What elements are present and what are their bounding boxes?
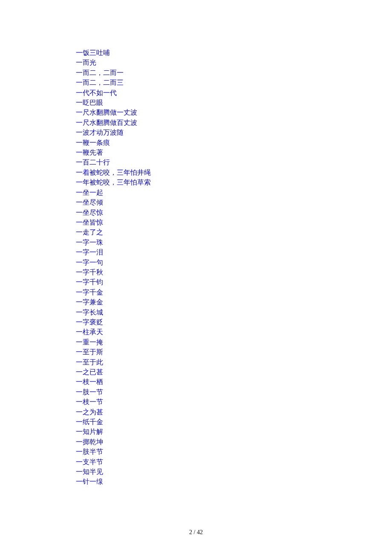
idiom-link[interactable]: 一字千钧 [76,277,392,287]
idiom-link[interactable]: 一纸千金 [76,417,392,427]
idiom-link[interactable]: 一之为甚 [76,407,392,417]
page-current: 2 [189,529,192,535]
page-total: 42 [197,529,203,535]
idiom-link[interactable]: 一饭三吐哺 [76,48,392,58]
idiom-link[interactable]: 一百二十行 [76,157,392,167]
idiom-link[interactable]: 一字长城 [76,307,392,317]
idiom-link[interactable]: 一波才动万波随 [76,127,392,137]
idiom-link[interactable]: 一而光 [76,58,392,67]
idiom-link[interactable]: 一知片解 [76,427,392,436]
idiom-link[interactable]: 一字千金 [76,287,392,297]
idiom-link[interactable]: 一至于此 [76,357,392,367]
idiom-link[interactable]: 一之已甚 [76,367,392,377]
page-separator: / [192,529,197,535]
idiom-link[interactable]: 一重一掩 [76,337,392,347]
idiom-link[interactable]: 一字千秋 [76,267,392,277]
idiom-link[interactable]: 一字一句 [76,257,392,267]
idiom-link[interactable]: 一坐尽惊 [76,208,392,217]
idiom-link[interactable]: 一针一缐 [76,477,392,486]
idiom-link[interactable]: 一而二，二而一 [76,68,392,78]
idiom-link[interactable]: 一掷乾坤 [76,437,392,447]
page-number: 2 / 42 [0,529,392,536]
idiom-link[interactable]: 一坐一起 [76,188,392,197]
idiom-link[interactable]: 一柱承天 [76,327,392,337]
idiom-link[interactable]: 一尺水翻腾做百丈波 [76,118,392,127]
idiom-link[interactable]: 一枝一节 [76,397,392,407]
idiom-link[interactable]: 一字一珠 [76,237,392,247]
idiom-link[interactable]: 一代不如一代 [76,88,392,98]
idiom-link[interactable]: 一鞭先著 [76,147,392,157]
idiom-link[interactable]: 一而二，二而三 [76,78,392,87]
idiom-link[interactable]: 一鞭一条痕 [76,138,392,147]
idiom-link[interactable]: 一字一泪 [76,247,392,257]
idiom-link[interactable]: 一肢半节 [76,447,392,457]
idiom-link[interactable]: 一坐皆惊 [76,217,392,227]
idiom-link[interactable]: 一字褒贬 [76,317,392,327]
idiom-link[interactable]: 一坐尽倾 [76,197,392,207]
idiom-list: 一饭三吐哺一而光一而二，二而一一而二，二而三一代不如一代一眨巴眼一尺水翻腾做一丈… [76,48,392,487]
idiom-link[interactable]: 一肢一节 [76,387,392,397]
idiom-link[interactable]: 一至于斯 [76,347,392,357]
idiom-link[interactable]: 一知半见 [76,467,392,477]
idiom-link[interactable]: 一走了之 [76,227,392,237]
idiom-link[interactable]: 一着被蛇咬，三年怕井绳 [76,168,392,177]
idiom-link[interactable]: 一眨巴眼 [76,98,392,107]
idiom-link[interactable]: 一字兼金 [76,297,392,307]
idiom-link[interactable]: 一支半节 [76,457,392,467]
idiom-link[interactable]: 一枝一栖 [76,377,392,387]
document-page: 一饭三吐哺一而光一而二，二而一一而二，二而三一代不如一代一眨巴眼一尺水翻腾做一丈… [0,0,392,555]
idiom-link[interactable]: 一年被蛇咬，三年怕草索 [76,177,392,187]
idiom-link[interactable]: 一尺水翻腾做一丈波 [76,107,392,117]
